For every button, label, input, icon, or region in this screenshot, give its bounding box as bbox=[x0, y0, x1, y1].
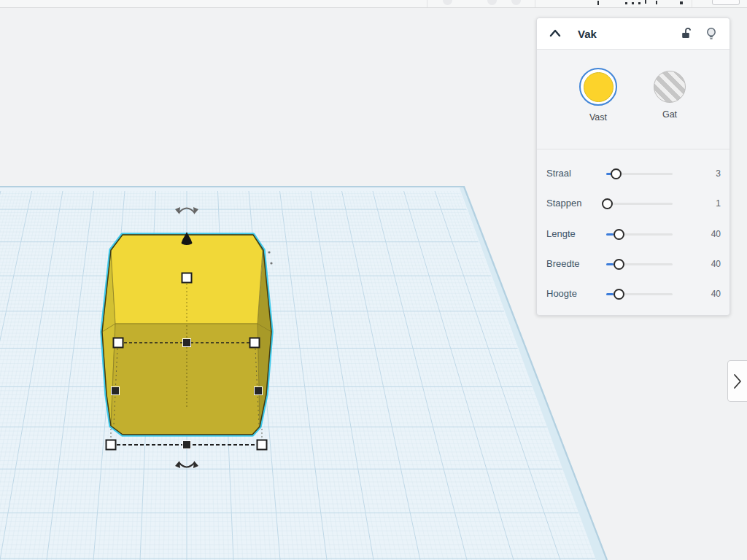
scale-handle-corner-bottom-right[interactable] bbox=[258, 440, 267, 450]
slider-row-lengte: Lengte 40 bbox=[537, 223, 729, 245]
slider-label: Breedte bbox=[546, 258, 580, 269]
slider-handle[interactable] bbox=[611, 168, 622, 179]
material-option-hole[interactable]: Gat bbox=[649, 68, 690, 120]
slider-value: 40 bbox=[694, 229, 721, 239]
toolbar-fragment-icon bbox=[638, 2, 640, 4]
shape-inspector-panel: Vak Vast Gat Straa bbox=[536, 18, 730, 316]
expand-panel-tab[interactable] bbox=[727, 360, 747, 402]
lock-button[interactable] bbox=[678, 26, 694, 42]
box-shape[interactable] bbox=[102, 207, 273, 468]
slider-handle[interactable] bbox=[614, 229, 624, 240]
side-rotate-mark bbox=[270, 262, 272, 264]
toolbar-fragment-icon bbox=[656, 1, 657, 4]
collapse-panel-button[interactable] bbox=[547, 26, 563, 42]
panel-header: Vak bbox=[537, 18, 729, 50]
side-rotate-mark bbox=[268, 251, 270, 253]
toolbar-fragment-icon bbox=[632, 2, 634, 4]
chevron-up-icon bbox=[549, 28, 562, 39]
slider-handle[interactable] bbox=[614, 259, 624, 270]
toolbar-fragment-icon bbox=[680, 1, 683, 4]
toolbar-fragment-icon bbox=[487, 0, 497, 5]
material-options: Vast Gat bbox=[537, 50, 729, 149]
toolbar-fragment-icon bbox=[645, 0, 646, 4]
slider-row-hoogte: Hoogte 40 bbox=[537, 283, 729, 305]
light-toggle-button[interactable] bbox=[703, 26, 719, 42]
slider-track[interactable] bbox=[606, 168, 673, 179]
material-option-solid[interactable]: Vast bbox=[578, 68, 619, 122]
panel-title: Vak bbox=[578, 28, 597, 40]
scale-handle-corner-left[interactable] bbox=[114, 338, 123, 348]
toolbar-fragment-icon bbox=[597, 1, 599, 5]
scale-handle-edge-right[interactable] bbox=[255, 387, 263, 395]
slider-label: Lengte bbox=[546, 228, 576, 239]
slider-track-line bbox=[606, 203, 673, 205]
slider-value: 3 bbox=[694, 168, 721, 179]
slider-label: Hoogte bbox=[546, 288, 577, 299]
slider-fill bbox=[606, 263, 614, 265]
slider-track[interactable] bbox=[606, 228, 673, 240]
slider-value: 40 bbox=[694, 259, 721, 269]
material-label: Gat bbox=[649, 109, 690, 120]
toolbar-separator bbox=[692, 0, 692, 7]
scale-handle-edge-bottom[interactable] bbox=[183, 441, 191, 449]
slider-track[interactable] bbox=[606, 198, 673, 209]
slider-handle[interactable] bbox=[614, 289, 624, 300]
toolbar-fragment-button[interactable] bbox=[712, 0, 740, 5]
slider-fill bbox=[606, 233, 614, 236]
scale-handle-height[interactable] bbox=[182, 273, 192, 283]
slider-fill bbox=[606, 293, 614, 295]
slider-row-breedte: Breedte 40 bbox=[537, 253, 729, 275]
scale-handle-edge-front[interactable] bbox=[183, 339, 191, 347]
slider-label: Straal bbox=[546, 168, 571, 179]
slider-value: 40 bbox=[694, 289, 721, 299]
chevron-right-icon bbox=[732, 373, 743, 390]
toolbar-separator bbox=[535, 0, 535, 7]
scale-handle-corner-right[interactable] bbox=[250, 338, 260, 348]
hole-swatch bbox=[654, 71, 686, 103]
slider-handle[interactable] bbox=[602, 198, 613, 209]
toolbar-fragment-icon bbox=[443, 0, 452, 5]
divider bbox=[537, 149, 729, 149]
lightbulb-icon bbox=[705, 26, 718, 41]
slider-label: Stappen bbox=[546, 198, 581, 209]
slider-row-straal: Straal 3 bbox=[537, 163, 729, 184]
slider-value: 1 bbox=[694, 198, 721, 209]
unlock-icon bbox=[680, 27, 693, 40]
slider-row-stappen: Stappen 1 bbox=[537, 192, 729, 214]
top-toolbar bbox=[0, 0, 747, 8]
toolbar-fragment-icon bbox=[625, 2, 627, 4]
slider-track[interactable] bbox=[606, 258, 673, 270]
material-label: Vast bbox=[578, 112, 619, 122]
scale-handle-edge-left[interactable] bbox=[112, 387, 120, 395]
toolbar-fragment-icon bbox=[511, 0, 521, 5]
slider-track[interactable] bbox=[606, 288, 673, 300]
selected-ring bbox=[579, 68, 617, 106]
solid-swatch bbox=[584, 72, 614, 102]
toolbar-separator bbox=[427, 0, 427, 7]
scale-handle-corner-bottom-left[interactable] bbox=[107, 440, 116, 450]
